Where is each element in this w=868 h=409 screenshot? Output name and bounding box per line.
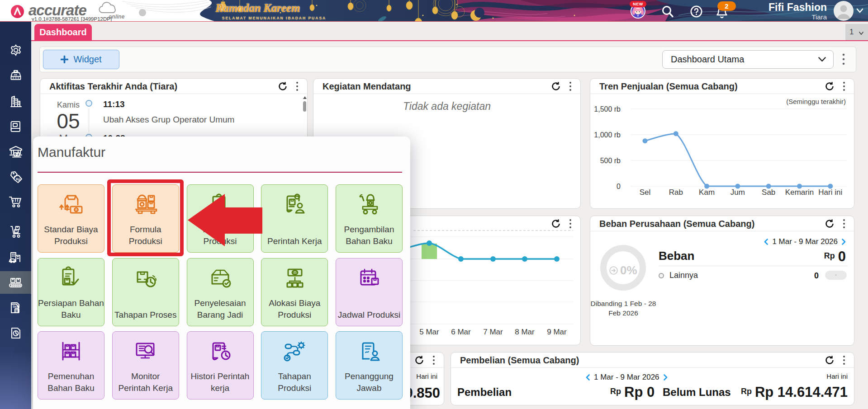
user-menu-chevron-icon[interactable] [856, 8, 863, 14]
svg-text:Sel: Sel [640, 188, 651, 197]
banner-subtitle: SELAMAT MENUNAIKAN IBADAH PUASA [199, 16, 349, 20]
svg-text:0: 0 [617, 183, 621, 190]
menu-tile-pemenuhan-bahan-baku[interactable]: PemenuhanBahan Baku [38, 331, 104, 400]
svg-text:Kam: Kam [699, 188, 715, 197]
process-stage-icon [132, 266, 160, 291]
kebab-menu-icon[interactable] [841, 219, 847, 229]
donut-percent-value: 0% [620, 263, 637, 277]
menu-tile-pengambilan-bahan-baku[interactable]: PengambilanBahan Baku [336, 184, 403, 253]
amount-value: Rp 0 [624, 384, 655, 400]
asset-building-icon [8, 250, 24, 264]
svg-text:Sab: Sab [762, 188, 775, 197]
company-building-icon [9, 94, 23, 109]
ramadan-banner: Ramadan Kareem SELAMAT MENUNAIKAN IBADAH… [183, 0, 332, 22]
menu-tile-label: Jadwal Produksi [336, 309, 402, 321]
refresh-icon[interactable] [824, 81, 835, 92]
next-date-chevron-icon[interactable] [664, 374, 668, 381]
menu-tile-penyelesaian-barang-jadi[interactable]: PenyelesaianBarang Jadi [187, 258, 254, 326]
sidebar-item-cashier[interactable] [0, 64, 31, 87]
menu-tile-persiapan-bahan-baku[interactable]: Persiapan BahanBaku [38, 258, 104, 326]
add-widget-button[interactable]: Widget [43, 50, 119, 69]
timeline-line [89, 108, 89, 132]
app-header: accurate online v1.0.1#3788-587261 [3499… [0, 0, 868, 22]
refresh-icon[interactable] [824, 355, 835, 366]
notification-count-badge: 2 [717, 1, 736, 11]
refresh-icon[interactable] [824, 218, 835, 229]
sidebar-item-settings[interactable] [0, 39, 31, 61]
menu-tile-alokasi-biaya-produksi[interactable]: RPAlokasi BiayaProduksi [261, 258, 328, 326]
refresh-icon[interactable] [414, 355, 425, 366]
divider [659, 266, 848, 266]
tax-documents-icon: TAX [9, 301, 23, 315]
kebab-menu-icon[interactable] [568, 81, 573, 91]
sidebar-item-reports[interactable] [0, 322, 31, 344]
dashboard-select[interactable]: Dashboard Utama [662, 50, 834, 69]
svg-text:Kemarin: Kemarin [785, 188, 814, 197]
menu-tile-monitor-perintah-kerja[interactable]: MonitorPerintah Kerja [112, 331, 179, 400]
svg-text:500 rb: 500 rb [600, 157, 621, 165]
kebab-menu-icon[interactable] [841, 81, 847, 91]
sidebar-item-fixed-asset[interactable] [0, 246, 31, 268]
kebab-menu-icon[interactable] [841, 355, 847, 365]
sales-trend-line-chart: 0500 rb1,000 rb1,500 rbSelRabKamJumSabKe… [590, 96, 855, 209]
accurate-logo-a-icon [11, 5, 24, 18]
search-icon[interactable] [661, 5, 674, 19]
sidebar-item-tax[interactable]: TAX [0, 296, 31, 319]
material-pickup-icon [355, 192, 383, 217]
person-doc-icon [355, 339, 383, 364]
kebab-menu-icon[interactable] [294, 81, 300, 91]
toolbar-kebab-icon[interactable] [840, 53, 847, 66]
prev-date-chevron-icon[interactable] [586, 374, 590, 381]
next-date-chevron-icon[interactable] [842, 239, 846, 245]
decor-dot [139, 9, 146, 16]
sidebar-item-journal[interactable] [0, 115, 31, 138]
scrollbar-thumb[interactable] [303, 101, 306, 112]
annotation-arrow [185, 192, 265, 250]
cost-allocation-icon: RP [280, 266, 308, 291]
refresh-icon[interactable] [550, 81, 561, 92]
scrollbar-up-arrow[interactable] [303, 96, 307, 99]
finished-goods-icon [206, 266, 234, 291]
date-range-label: 1 Mar - 9 Mar 2026 [772, 237, 838, 246]
menu-tile-tahapan-produksi[interactable]: TahapanProduksi [261, 331, 328, 400]
menu-tile-tahapan-proses[interactable]: Tahapan Proses [112, 258, 179, 326]
sidebar-item-bank[interactable] [0, 141, 31, 163]
tab-counter-dropdown[interactable]: 1 [845, 24, 868, 40]
refresh-icon[interactable] [277, 81, 288, 92]
sidebar-item-purchases[interactable] [0, 191, 31, 213]
sidebar-item-sales-price[interactable]: Rp [0, 165, 31, 188]
tab-dashboard[interactable]: Dashboard [34, 24, 92, 40]
svg-text:TAX: TAX [12, 305, 18, 308]
sidebar-item-inventory-delivery[interactable] [0, 221, 31, 243]
svg-text:RP: RP [74, 209, 78, 212]
date-range-label: 1 Mar - 9 Mar 2026 [594, 373, 659, 382]
widget-title: Aktifitas Terakhir Anda (Tiara) [49, 79, 177, 94]
user-name[interactable]: Fifi Fashion [733, 1, 827, 14]
user-avatar[interactable] [834, 1, 854, 21]
purchase-label: Pembelian [457, 386, 512, 399]
tab-counter-value: 1 [849, 28, 854, 36]
help-icon[interactable] [690, 5, 702, 18]
activity-day-number: 05 [52, 111, 84, 132]
menu-tile-jadwal-produksi[interactable]: Jadwal Produksi [336, 258, 403, 326]
expense-category-title: Beban [659, 249, 694, 263]
menu-tile-perintah-kerja[interactable]: Perintah Kerja [261, 184, 328, 253]
sidebar-item-company[interactable] [0, 90, 31, 113]
menu-tile-standar-biaya-produksi[interactable]: RPStandar BiayaProduksi [38, 184, 104, 253]
donut-percent: 0% [609, 263, 637, 277]
widget-title: Beban Perusahaan (Semua Cabang) [599, 216, 754, 231]
menu-tile-label: PengambilanBahan Baku [336, 224, 402, 247]
compare-period-note: Dibanding 1 Feb - 28 Feb 2026 [590, 299, 656, 318]
sidebar-item-manufacture[interactable] [0, 271, 31, 294]
menu-tile-histori-perintah-kerja[interactable]: Histori Perintahkerja [187, 331, 254, 400]
activity-text: Ubah Akses Grup Operator Umum [103, 115, 234, 125]
cash-register-icon [9, 68, 23, 83]
menu-tile-penanggung-jawab[interactable]: PenanggungJawab [336, 331, 403, 400]
widget-purchases: Pembelian (Semua Cabang) 1 Mar - 9 Mar 2… [451, 352, 854, 405]
material-prep-icon [57, 266, 85, 291]
legend-row-lainnya[interactable]: Lainnya [659, 271, 698, 280]
flow-gear-icon [280, 339, 308, 364]
prev-date-chevron-icon[interactable] [764, 239, 768, 245]
kebab-menu-icon[interactable] [431, 355, 436, 365]
expense-amount: Rp0 [824, 249, 846, 265]
